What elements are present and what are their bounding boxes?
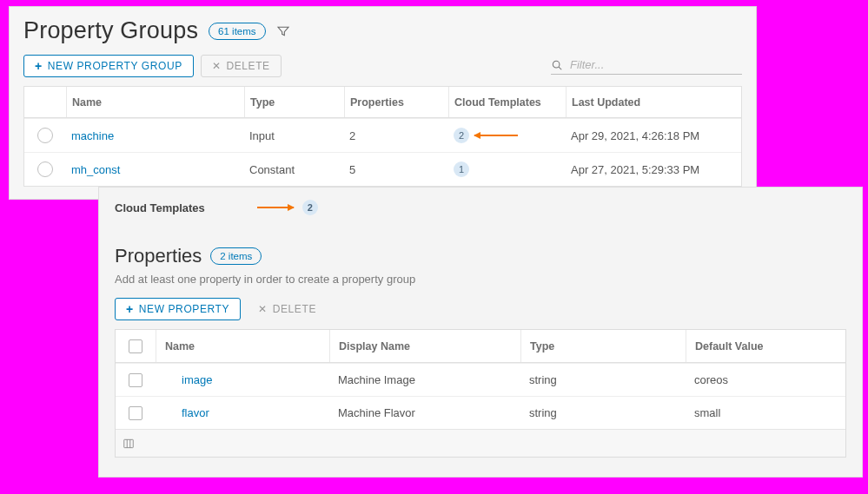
delete-label: DELETE — [226, 60, 269, 72]
svg-point-0 — [553, 61, 560, 68]
properties-helper-text: Add at least one property in order to cr… — [115, 273, 846, 286]
svg-line-1 — [559, 67, 561, 69]
row-checkbox[interactable] — [129, 373, 142, 387]
group-properties: 5 — [344, 155, 448, 185]
annotation-arrow-icon — [474, 135, 518, 136]
group-type: Constant — [244, 155, 344, 185]
table-row[interactable]: mh_const Constant 5 1 Apr 27, 2021, 5:29… — [24, 152, 741, 186]
cloud-templates-label: Cloud Templates — [115, 201, 205, 214]
select-all-checkbox[interactable] — [129, 339, 142, 353]
table-header: Name Display Name Type Default Value — [116, 330, 845, 363]
delete-property-label: DELETE — [273, 303, 316, 315]
delete-property-button[interactable]: ✕ DELETE — [248, 298, 327, 320]
property-default-value: small — [686, 398, 845, 427]
action-row: + NEW PROPERTY GROUP ✕ DELETE — [23, 55, 742, 77]
property-groups-panel: Property Groups 61 items + NEW PROPERTY … — [9, 6, 757, 200]
search-icon — [551, 59, 563, 71]
new-property-group-label: NEW PROPERTY GROUP — [48, 60, 182, 72]
group-type: Input — [244, 121, 344, 151]
col-properties[interactable]: Properties — [344, 87, 448, 117]
row-select-radio[interactable] — [37, 161, 53, 177]
new-property-label: NEW PROPERTY — [139, 303, 229, 315]
properties-title-row: Properties 2 items — [115, 245, 846, 267]
table-header: Name Type Properties Cloud Templates Las… — [24, 87, 741, 118]
table-footer — [116, 429, 845, 457]
delete-button[interactable]: ✕ DELETE — [201, 55, 282, 77]
new-property-group-button[interactable]: + NEW PROPERTY GROUP — [23, 55, 194, 77]
cloud-templates-count[interactable]: 2 — [302, 200, 318, 215]
close-icon: ✕ — [212, 60, 222, 72]
property-link[interactable]: image — [182, 373, 212, 386]
col-type[interactable]: Type — [520, 330, 686, 362]
svg-rect-2 — [124, 439, 134, 447]
property-default-value: coreos — [686, 366, 845, 394]
col-name[interactable]: Name — [66, 87, 244, 117]
properties-table: Name Display Name Type Default Value ima… — [115, 329, 846, 458]
property-type: string — [520, 398, 686, 427]
group-detail-panel: Cloud Templates 2 Properties 2 items Add… — [98, 187, 863, 478]
col-last-updated[interactable]: Last Updated — [566, 87, 741, 117]
title-row: Property Groups 61 items — [23, 17, 742, 44]
page-title: Property Groups — [23, 17, 198, 44]
group-last-updated: Apr 29, 2021, 4:26:18 PM — [566, 121, 741, 151]
group-link[interactable]: mh_const — [71, 163, 120, 176]
property-link[interactable]: flavor — [182, 406, 209, 419]
new-property-button[interactable]: + NEW PROPERTY — [115, 298, 241, 320]
col-cloud-templates[interactable]: Cloud Templates — [448, 87, 566, 117]
cloud-templates-summary: Cloud Templates 2 — [115, 200, 846, 215]
property-display-name: Machine Flavor — [329, 398, 520, 427]
group-link[interactable]: machine — [71, 129, 114, 142]
group-last-updated: Apr 27, 2021, 5:29:33 PM — [566, 155, 741, 185]
group-properties: 2 — [344, 121, 448, 151]
property-display-name: Machine Image — [329, 366, 520, 394]
col-type[interactable]: Type — [244, 87, 344, 117]
table-row[interactable]: flavor Machine Flavor string small — [116, 396, 845, 429]
cloud-templates-count[interactable]: 2 — [454, 128, 469, 143]
cloud-templates-count[interactable]: 1 — [454, 161, 469, 177]
properties-count-badge: 2 items — [210, 247, 262, 265]
column-picker-icon[interactable] — [123, 438, 135, 450]
property-groups-table: Name Type Properties Cloud Templates Las… — [23, 86, 742, 187]
filter-icon[interactable] — [276, 24, 290, 38]
row-select-radio[interactable] — [37, 128, 53, 143]
annotation-arrow-icon — [257, 207, 294, 208]
properties-action-row: + NEW PROPERTY ✕ DELETE — [115, 298, 846, 320]
close-icon: ✕ — [258, 303, 268, 315]
col-display-name[interactable]: Display Name — [329, 330, 520, 362]
properties-heading: Properties — [115, 245, 202, 267]
col-default-value[interactable]: Default Value — [686, 330, 845, 362]
property-type: string — [520, 366, 686, 394]
item-count-badge: 61 items — [209, 23, 265, 40]
filter-input[interactable] — [568, 57, 742, 72]
row-checkbox[interactable] — [129, 406, 142, 420]
filter-field[interactable] — [551, 57, 742, 75]
table-row[interactable]: machine Input 2 2 Apr 29, 2021, 4:26:18 … — [24, 118, 741, 152]
col-name[interactable]: Name — [156, 330, 329, 362]
table-row[interactable]: image Machine Image string coreos — [116, 363, 845, 396]
